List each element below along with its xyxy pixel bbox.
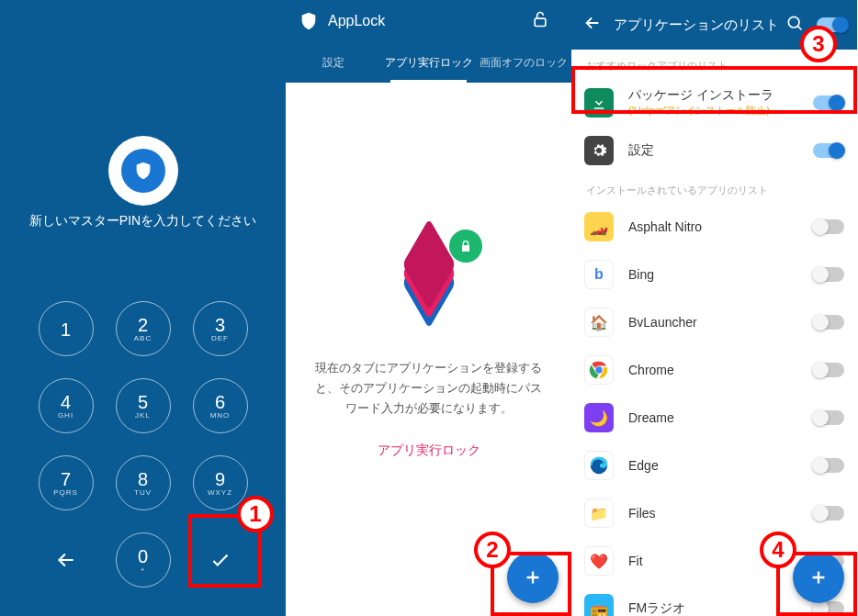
app-toggle[interactable] bbox=[813, 363, 844, 377]
app-row-bing[interactable]: b Bing bbox=[571, 251, 857, 298]
app-toggle[interactable] bbox=[813, 506, 844, 521]
chrome-icon bbox=[584, 355, 614, 385]
app-name: Files bbox=[628, 506, 813, 521]
asphalt-icon: 🏎️ bbox=[584, 212, 614, 241]
app-row-settings[interactable]: 設定 bbox=[571, 127, 857, 174]
app-name: BvLauncher bbox=[628, 315, 813, 330]
key-3[interactable]: 3DEF bbox=[193, 301, 248, 356]
back-button[interactable] bbox=[577, 7, 608, 42]
key-5[interactable]: 5JKL bbox=[116, 378, 171, 433]
pin-prompt: 新しいマスターPINを入力してください bbox=[0, 213, 286, 230]
key-6[interactable]: 6MNO bbox=[193, 378, 248, 433]
key-1[interactable]: 1 bbox=[39, 301, 94, 356]
key-4[interactable]: 4GHI bbox=[39, 378, 94, 433]
app-row-chrome[interactable]: Chrome bbox=[571, 346, 857, 394]
settings-icon bbox=[584, 136, 614, 165]
app-name: Chrome bbox=[628, 363, 813, 377]
step-badge-1: 1 bbox=[237, 496, 274, 532]
tab-bar: 設定 アプリ実行ロック 画面オフのロック bbox=[286, 42, 571, 83]
pin-entry-screen: 新しいマスターPINを入力してください 1 2ABC 3DEF 4GHI 5JK… bbox=[0, 0, 286, 616]
empty-link[interactable]: アプリ実行ロック bbox=[286, 442, 571, 459]
app-name: Dreame bbox=[628, 410, 813, 425]
app-row-edge[interactable]: Edge bbox=[571, 442, 857, 489]
app-logo bbox=[108, 136, 178, 206]
app-toggle[interactable] bbox=[813, 143, 844, 158]
key-9[interactable]: 9WXYZ bbox=[193, 455, 248, 510]
files-icon: 📁 bbox=[584, 498, 614, 528]
svg-point-1 bbox=[788, 17, 799, 28]
tab-settings[interactable]: 設定 bbox=[286, 42, 381, 83]
search-icon bbox=[785, 14, 804, 32]
app-row-bvlauncher[interactable]: 🏠 BvLauncher bbox=[571, 298, 857, 346]
tab-screen-off-lock[interactable]: 画面オフのロック bbox=[476, 42, 571, 83]
svg-rect-0 bbox=[535, 18, 546, 26]
annotation-highlight-3 bbox=[571, 66, 857, 114]
shield-icon bbox=[299, 11, 319, 31]
bvlauncher-icon: 🏠 bbox=[584, 308, 614, 337]
bing-icon: b bbox=[584, 260, 614, 289]
app-row-files[interactable]: 📁 Files bbox=[571, 489, 857, 537]
app-toggle[interactable] bbox=[813, 315, 844, 330]
app-row-dreame[interactable]: 🌙 Dreame bbox=[571, 394, 857, 442]
app-toggle[interactable] bbox=[813, 458, 844, 473]
key-2[interactable]: 2ABC bbox=[116, 301, 171, 356]
section-installed: インストールされているアプリのリスト bbox=[571, 174, 857, 203]
step-badge-3: 3 bbox=[800, 26, 837, 62]
arrow-left-icon bbox=[54, 548, 78, 572]
app-toggle[interactable] bbox=[813, 267, 844, 282]
gear-icon bbox=[591, 142, 607, 159]
shield-lock-icon bbox=[133, 161, 153, 181]
applock-empty-screen: AppLock 設定 アプリ実行ロック 画面オフのロック 現在のタブにアプリケー… bbox=[286, 0, 571, 616]
app-name: Edge bbox=[628, 458, 813, 473]
app-name: Asphalt Nitro bbox=[628, 219, 813, 234]
header-title: AppLock bbox=[328, 13, 531, 29]
empty-illustration bbox=[383, 239, 475, 330]
edge-icon bbox=[584, 451, 614, 480]
tab-app-launch-lock[interactable]: アプリ実行ロック bbox=[381, 42, 477, 83]
step-badge-2: 2 bbox=[474, 532, 511, 568]
key-0[interactable]: 0+ bbox=[116, 532, 171, 588]
fm-icon: 📻 bbox=[584, 594, 614, 616]
app-list: おすすめロックアプリのリスト パッケージ インストーラ ('Helper'アンイ… bbox=[571, 50, 857, 616]
app-toggle[interactable] bbox=[813, 410, 844, 425]
app-toggle[interactable] bbox=[813, 219, 844, 234]
key-back[interactable] bbox=[39, 532, 94, 588]
fit-icon: ❤️ bbox=[584, 546, 614, 576]
header-unlock-button[interactable] bbox=[531, 10, 559, 32]
empty-description: 現在のタブにアプリケーションを登録すると、そのアプリケーションの起動時にパスワー… bbox=[286, 358, 571, 419]
app-name: Bing bbox=[628, 267, 813, 282]
key-7[interactable]: 7PQRS bbox=[39, 455, 94, 510]
app-header: AppLock bbox=[286, 0, 571, 42]
lock-badge bbox=[449, 230, 482, 263]
key-8[interactable]: 8TUV bbox=[116, 455, 171, 510]
arrow-left-icon bbox=[582, 13, 603, 33]
unlock-icon bbox=[531, 10, 549, 28]
list-title: アプリケーションのリスト bbox=[614, 17, 780, 33]
app-list-screen: アプリケーションのリスト おすすめロックアプリのリスト パッケージ インストーラ… bbox=[571, 0, 857, 616]
dreame-icon: 🌙 bbox=[584, 403, 614, 432]
step-badge-4: 4 bbox=[760, 532, 796, 568]
svg-point-3 bbox=[595, 366, 602, 373]
app-row-asphalt[interactable]: 🏎️ Asphalt Nitro bbox=[571, 203, 857, 251]
lock-icon bbox=[458, 239, 473, 253]
app-name: 設定 bbox=[628, 142, 813, 159]
